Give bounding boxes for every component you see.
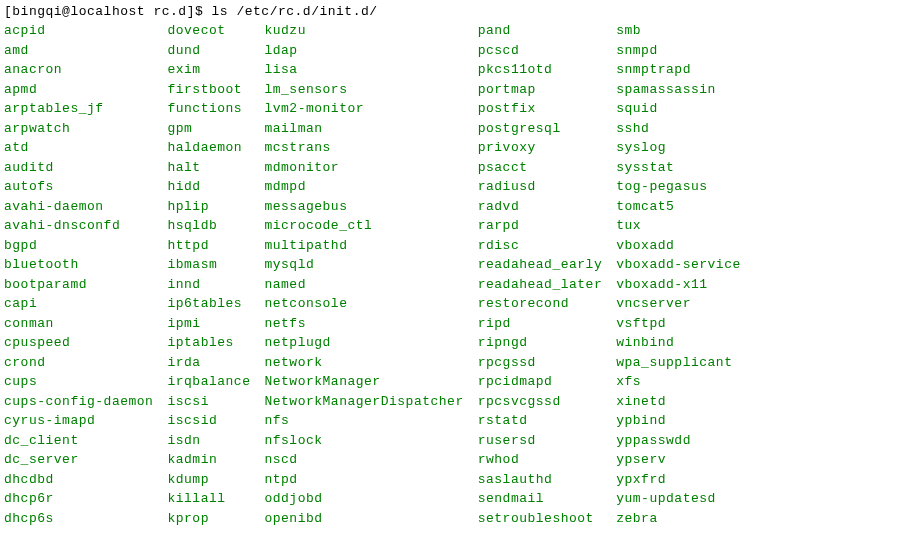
file-entry: pkcs11otd	[478, 60, 603, 80]
file-entry: kprop	[167, 509, 250, 529]
file-entry: vncserver	[616, 294, 741, 314]
file-entry: sendmail	[478, 489, 603, 509]
file-entry: pand	[478, 21, 603, 41]
file-entry: rarpd	[478, 216, 603, 236]
file-entry: acpid	[4, 21, 153, 41]
file-entry: halt	[167, 158, 250, 178]
file-entry: ntpd	[264, 470, 463, 490]
file-entry: bluetooth	[4, 255, 153, 275]
file-entry: zebra	[616, 509, 741, 529]
file-entry: named	[264, 275, 463, 295]
file-entry: snmptrapd	[616, 60, 741, 80]
file-entry: atd	[4, 138, 153, 158]
file-entry: rstatd	[478, 411, 603, 431]
file-entry: auditd	[4, 158, 153, 178]
file-listing: acpidamdanacronapmdarptables_jfarpwatcha…	[4, 21, 910, 528]
file-entry: dund	[167, 41, 250, 61]
file-entry: mdmonitor	[264, 158, 463, 178]
file-entry: mailman	[264, 119, 463, 139]
file-entry: hsqldb	[167, 216, 250, 236]
file-entry: functions	[167, 99, 250, 119]
file-entry: vsftpd	[616, 314, 741, 334]
file-entry: privoxy	[478, 138, 603, 158]
file-entry: rwhod	[478, 450, 603, 470]
file-entry: haldaemon	[167, 138, 250, 158]
file-entry: irqbalance	[167, 372, 250, 392]
file-entry: tog-pegasus	[616, 177, 741, 197]
listing-col-0: acpidamdanacronapmdarptables_jfarpwatcha…	[4, 21, 153, 528]
file-entry: anacron	[4, 60, 153, 80]
file-entry: iscsid	[167, 411, 250, 431]
file-entry: spamassassin	[616, 80, 741, 100]
file-entry: sshd	[616, 119, 741, 139]
file-entry: innd	[167, 275, 250, 295]
file-entry: radiusd	[478, 177, 603, 197]
file-entry: setroubleshoot	[478, 509, 603, 529]
file-entry: cups-config-daemon	[4, 392, 153, 412]
file-entry: readahead_early	[478, 255, 603, 275]
file-entry: mysqld	[264, 255, 463, 275]
file-entry: bootparamd	[4, 275, 153, 295]
file-entry: gpm	[167, 119, 250, 139]
file-entry: nfs	[264, 411, 463, 431]
file-entry: oddjobd	[264, 489, 463, 509]
file-entry: openibd	[264, 509, 463, 529]
file-entry: conman	[4, 314, 153, 334]
file-entry: ypxfrd	[616, 470, 741, 490]
file-entry: rpcsvcgssd	[478, 392, 603, 412]
file-entry: readahead_later	[478, 275, 603, 295]
file-entry: psacct	[478, 158, 603, 178]
file-entry: smb	[616, 21, 741, 41]
file-entry: arptables_jf	[4, 99, 153, 119]
file-entry: radvd	[478, 197, 603, 217]
listing-col-2: kudzuldaplisalm_sensorslvm2-monitormailm…	[264, 21, 463, 528]
file-entry: rpcgssd	[478, 353, 603, 373]
file-entry: ipmi	[167, 314, 250, 334]
file-entry: lm_sensors	[264, 80, 463, 100]
file-entry: dhcp6r	[4, 489, 153, 509]
file-entry: hidd	[167, 177, 250, 197]
file-entry: lvm2-monitor	[264, 99, 463, 119]
file-entry: postgresql	[478, 119, 603, 139]
file-entry: postfix	[478, 99, 603, 119]
file-entry: pcscd	[478, 41, 603, 61]
file-entry: NetworkManagerDispatcher	[264, 392, 463, 412]
prompt-user-host: [bingqi@localhost rc.d]$	[4, 4, 212, 19]
file-entry: autofs	[4, 177, 153, 197]
file-entry: tux	[616, 216, 741, 236]
file-entry: amd	[4, 41, 153, 61]
file-entry: cups	[4, 372, 153, 392]
file-entry: nfslock	[264, 431, 463, 451]
file-entry: isdn	[167, 431, 250, 451]
file-entry: avahi-dnsconfd	[4, 216, 153, 236]
file-entry: irda	[167, 353, 250, 373]
file-entry: wpa_supplicant	[616, 353, 741, 373]
file-entry: iscsi	[167, 392, 250, 412]
file-entry: xinetd	[616, 392, 741, 412]
file-entry: crond	[4, 353, 153, 373]
file-entry: tomcat5	[616, 197, 741, 217]
file-entry: saslauthd	[478, 470, 603, 490]
file-entry: ip6tables	[167, 294, 250, 314]
file-entry: kdump	[167, 470, 250, 490]
file-entry: multipathd	[264, 236, 463, 256]
listing-col-3: pandpcscdpkcs11otdportmappostfixpostgres…	[478, 21, 603, 528]
file-entry: mcstrans	[264, 138, 463, 158]
file-entry: netfs	[264, 314, 463, 334]
file-entry: restorecond	[478, 294, 603, 314]
file-entry: squid	[616, 99, 741, 119]
file-entry: netconsole	[264, 294, 463, 314]
file-entry: hplip	[167, 197, 250, 217]
file-entry: dc_client	[4, 431, 153, 451]
file-entry: yppasswdd	[616, 431, 741, 451]
file-entry: vboxadd-service	[616, 255, 741, 275]
terminal-prompt: [bingqi@localhost rc.d]$ ls /etc/rc.d/in…	[4, 4, 910, 19]
listing-col-1: dovecotdundeximfirstbootfunctionsgpmhald…	[167, 21, 250, 528]
file-entry: cpuspeed	[4, 333, 153, 353]
file-entry: kadmin	[167, 450, 250, 470]
file-entry: httpd	[167, 236, 250, 256]
file-entry: apmd	[4, 80, 153, 100]
file-entry: capi	[4, 294, 153, 314]
file-entry: exim	[167, 60, 250, 80]
file-entry: bgpd	[4, 236, 153, 256]
